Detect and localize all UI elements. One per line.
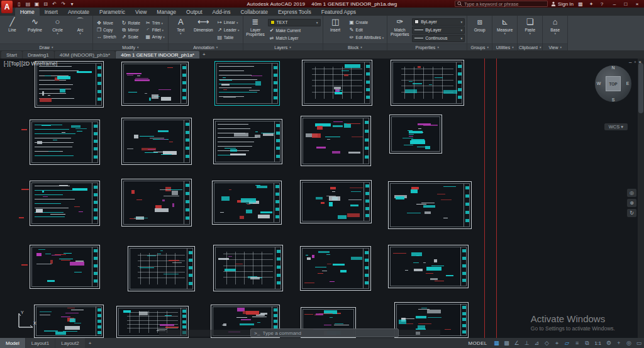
dropdown-bylayer[interactable]: ByLayer▾ (412, 26, 465, 34)
scrollbar-thumb[interactable] (638, 63, 643, 113)
file-tab-start[interactable]: Start (1, 51, 22, 59)
maximize-button[interactable]: □ (620, 0, 631, 8)
tool-scale[interactable]: ⇗Scale (120, 33, 142, 40)
orbit-icon[interactable]: ↻ (627, 209, 636, 217)
ribbon-tab-parametric[interactable]: Parametric (94, 8, 130, 16)
tool-stretch[interactable]: ↔Stretch (95, 33, 118, 40)
tool-create[interactable]: ▣Create (348, 19, 386, 26)
tool-line[interactable]: ╱Line (2, 16, 23, 43)
help-search-box[interactable] (455, 1, 548, 7)
layout-tab-model[interactable]: Model (0, 338, 25, 348)
tool-match-properties[interactable]: ✑Match Properties (389, 16, 410, 43)
tool-make-current[interactable]: ✔Make Current (268, 27, 321, 34)
tool-group[interactable]: ⧈Group (469, 16, 490, 43)
tool-circle[interactable]: ○Circle▾ (47, 16, 68, 43)
osnap-icon[interactable]: ▱ (562, 340, 572, 346)
panel-title-annotation[interactable]: Annotation▾ (169, 43, 243, 50)
redo-icon[interactable]: ↷ (59, 1, 67, 7)
new-file-icon[interactable]: ▯ (15, 1, 23, 7)
command-line[interactable]: >_ (250, 328, 399, 337)
ribbon-tab-insert[interactable]: Insert (40, 8, 63, 16)
tool-copy[interactable]: ❐Copy (95, 26, 118, 33)
selection-cycling-icon[interactable]: ⧉ (582, 340, 592, 347)
panel-title-groups[interactable]: Groups▾ (467, 43, 492, 50)
tool-fillet[interactable]: ◜Fillet▾ (144, 26, 166, 33)
pan-icon[interactable]: ⊕ (627, 199, 636, 207)
dropdown-text[interactable]: TEXT▾ (268, 19, 321, 26)
viewcube-north[interactable]: N (610, 65, 616, 70)
tool-match-layer[interactable]: ⇌Match Layer (268, 35, 321, 42)
view-control[interactable]: [Top] (9, 60, 21, 67)
model-space-button[interactable]: MODEL (464, 340, 492, 346)
panel-title-clipboard[interactable]: Clipboard▾ (518, 43, 542, 50)
clean-screen-icon[interactable]: ▭ (634, 340, 644, 346)
viewcube-south[interactable]: S (610, 98, 616, 102)
command-input[interactable] (263, 330, 395, 336)
minimize-button[interactable]: – (609, 0, 620, 8)
ribbon-tab-add-ins[interactable]: Add-ins (208, 8, 236, 16)
tool-table[interactable]: ▤Table (216, 34, 241, 41)
plot-icon[interactable]: ⊟ (42, 1, 50, 7)
panel-title-utilities[interactable]: Utilities▾ (492, 43, 517, 50)
new-layout-button[interactable]: + (86, 338, 95, 348)
stay-connected-icon[interactable]: ✦ (587, 1, 595, 7)
ribbon-tab-annotate[interactable]: Annotate (63, 8, 94, 16)
ribbon-tab-output[interactable]: Output (181, 8, 208, 16)
search-input[interactable] (464, 1, 545, 7)
open-file-icon[interactable]: ▤ (24, 1, 32, 7)
viewcube-top-face[interactable]: TOP (606, 76, 621, 91)
new-drawing-tab-button[interactable]: + (200, 50, 208, 59)
panel-title-draw[interactable]: Draw▾ (0, 43, 92, 50)
help-icon[interactable]: ? (598, 1, 606, 7)
isodraft-icon[interactable]: ◇ (542, 340, 552, 346)
autocad-app-button[interactable]: A (1, 1, 13, 13)
undo-icon[interactable]: ↶ (50, 1, 58, 7)
panel-title-block[interactable]: Block▾ (323, 43, 387, 50)
wcs-dropdown[interactable]: WCS ▾ (604, 123, 628, 130)
sign-in-button[interactable]: Sign In (551, 1, 574, 7)
qat-menu-icon[interactable]: ▾ (68, 1, 76, 7)
file-tab-40m-indoor-ph1b[interactable]: 40M (INDOOR)_ph1b* (55, 51, 115, 59)
viewcube-west[interactable]: W (596, 81, 602, 86)
tool-array[interactable]: ▦Array▾ (144, 33, 166, 40)
panel-title-view[interactable]: View▾ (543, 43, 567, 50)
close-button[interactable]: × (631, 0, 643, 8)
file-tab-drawing1[interactable]: Drawing1 (23, 51, 54, 59)
model-canvas[interactable]: [-][Top][2D Wireframe] – ▫ × N W E S TOP… (0, 59, 644, 338)
tool-linear[interactable]: ↦Linear▾ (216, 19, 241, 26)
tool-insert[interactable]: ◫Insert (325, 16, 346, 43)
tool-measure[interactable]: ⊾Measure▾ (494, 16, 515, 43)
ribbon-tab-featured-apps[interactable]: Featured Apps (316, 8, 361, 16)
ortho-icon[interactable]: ⊥ (522, 340, 532, 346)
ribbon-tab-view[interactable]: View (130, 8, 152, 16)
wheel-icon[interactable]: ◎ (627, 189, 636, 197)
osnap-tracking-icon[interactable]: ⌖ (552, 340, 562, 347)
dropdown-bylayer[interactable]: ByLayer▾ (412, 18, 465, 26)
polar-tracking-icon[interactable]: ⊿ (532, 340, 542, 346)
file-tab-40m-1-genset-indoor-ph1a[interactable]: 40m 1 GENSET INDOOR_ph1a* (116, 51, 199, 59)
viewcube[interactable]: N W E S TOP (595, 65, 631, 102)
tool-trim[interactable]: ✂Trim▾ (144, 20, 166, 26)
tool-arc[interactable]: ⌒Arc▾ (70, 16, 91, 43)
layout-tab-layout2[interactable]: Layout2 (55, 338, 84, 348)
viewcube-east[interactable]: E (625, 81, 631, 86)
infer-constraints-icon[interactable]: ∠ (512, 340, 522, 346)
tool-rotate[interactable]: ↻Rotate (120, 20, 142, 26)
workspace-gear-icon[interactable]: ⚙ (604, 340, 614, 346)
tool-edit-attributes[interactable]: ✏Edit Attributes▾ (348, 34, 386, 41)
tool-mirror[interactable]: ⧉Mirror (120, 26, 142, 33)
viewport-menu-control[interactable]: [-] (4, 60, 9, 67)
tool-edit[interactable]: ✎Edit (348, 26, 386, 33)
isolate-objects-icon[interactable]: ◎ (624, 340, 634, 346)
annotation-scale-label[interactable]: 1:1 (592, 340, 604, 346)
vp-close-icon[interactable]: × (638, 59, 641, 65)
tool-leader[interactable]: ↗Leader▾ (216, 26, 241, 33)
dropdown-continuous[interactable]: Continuous▾ (412, 35, 465, 42)
tool-polyline[interactable]: ∿Polyline (25, 16, 45, 43)
vertical-scrollbar[interactable] (638, 59, 644, 338)
ribbon-tab-manage[interactable]: Manage (152, 8, 181, 16)
tool-move[interactable]: ✥Move (95, 20, 118, 26)
ribbon-tab-collaborate[interactable]: Collaborate (235, 8, 272, 16)
panel-title-layers[interactable]: Layers▾ (243, 43, 323, 50)
tool-base[interactable]: ⌂Base▾ (545, 16, 565, 43)
